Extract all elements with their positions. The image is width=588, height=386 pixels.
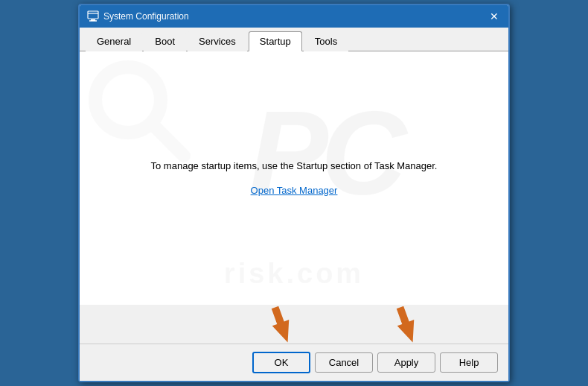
apply-button[interactable]: Apply (377, 352, 435, 373)
ok-button[interactable]: OK (252, 352, 310, 373)
svg-marker-7 (392, 306, 421, 344)
system-configuration-window: System Configuration ✕ General Boot Serv… (78, 4, 510, 382)
ok-arrow-container (252, 306, 310, 344)
tab-general[interactable]: General (86, 31, 142, 51)
apply-arrow-container (377, 306, 435, 344)
watermark-risk: risk.com (224, 258, 364, 290)
title-bar-left: System Configuration (87, 10, 189, 22)
help-button[interactable]: Help (440, 352, 498, 373)
svg-marker-6 (266, 306, 296, 344)
tab-boot[interactable]: Boot (144, 31, 186, 51)
window-icon (87, 10, 99, 22)
arrow-row (80, 305, 508, 344)
svg-rect-0 (88, 11, 98, 19)
tab-tools[interactable]: Tools (304, 31, 348, 51)
bottom-bar: OK Cancel Apply Help (80, 344, 508, 381)
info-text: To manage startup items, use the Startup… (151, 160, 438, 171)
watermark-magnifier (87, 59, 191, 165)
svg-line-5 (153, 124, 184, 156)
ok-arrow-icon (266, 306, 296, 344)
close-button[interactable]: ✕ (488, 10, 501, 23)
tab-services[interactable]: Services (188, 31, 247, 51)
svg-point-4 (95, 67, 161, 133)
apply-arrow-icon (392, 306, 421, 344)
watermark-pc: PC (249, 84, 399, 221)
tab-bar: General Boot Services Startup Tools (80, 28, 508, 51)
window-title: System Configuration (103, 11, 189, 22)
cancel-button[interactable]: Cancel (315, 352, 373, 373)
tab-startup[interactable]: Startup (249, 31, 302, 51)
title-bar: System Configuration ✕ (80, 5, 508, 28)
help-spacer (440, 306, 498, 344)
open-task-manager-link[interactable]: Open Task Manager (251, 185, 338, 196)
cancel-spacer (315, 306, 373, 344)
content-area: PC risk.com To manage startup items, use… (80, 51, 508, 305)
